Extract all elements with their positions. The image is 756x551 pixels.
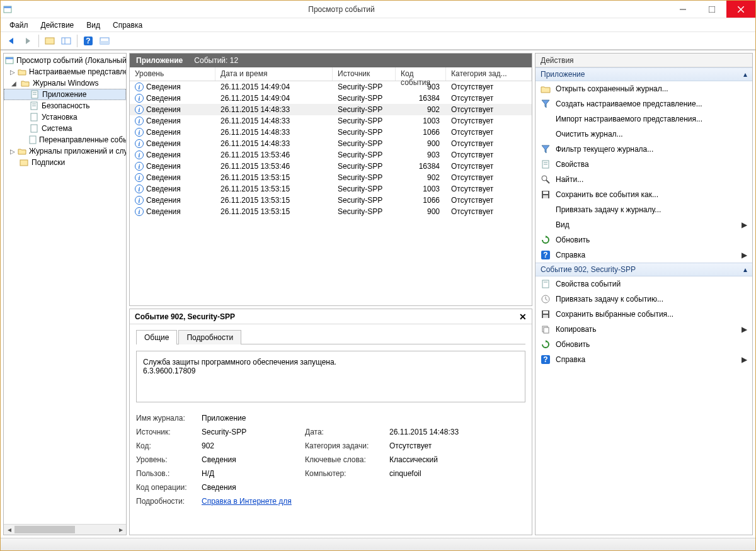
refresh-icon [541,235,551,245]
scroll-right-button[interactable]: ▸ [115,525,126,535]
scroll-left-button[interactable]: ◂ [4,525,14,535]
chevron-right-icon: ▶ [742,220,747,229]
properties-icon [541,159,551,169]
tree-custom-views[interactable]: ▷ Настраиваемые представления [4,66,126,77]
col-code[interactable]: Код события [396,67,446,81]
tree-system[interactable]: Система [4,123,126,134]
action-attach-task[interactable]: Привязать задачу к журналу... [536,202,752,217]
action-event-refresh[interactable]: Обновить [536,337,752,352]
svg-marker-28 [542,145,549,153]
table-row[interactable]: iСведения26.11.2015 14:49:04Security-SPP… [130,93,532,104]
svg-line-33 [546,180,549,183]
info-icon: i [135,173,144,182]
preview-button[interactable] [98,34,112,48]
col-level[interactable]: Уровень [130,67,215,81]
tree[interactable]: Просмотр событий (Локальный) ▷ Настраива… [4,54,126,524]
tree-subscriptions[interactable]: Подписки [4,157,126,168]
tree-windows-logs[interactable]: ◢ Журналы Windows [4,77,126,89]
online-help-link[interactable]: Справка в Интернете для [202,497,292,506]
svg-text:?: ? [86,37,90,45]
action-properties[interactable]: Свойства [536,157,752,172]
menu-file[interactable]: Файл [4,20,33,31]
menu-help[interactable]: Справка [108,20,147,31]
eventviewer-icon [5,55,14,65]
action-event-help[interactable]: ?Справка▶ [536,352,752,367]
maximize-button[interactable] [697,1,726,18]
tree-app-logs[interactable]: ▷ Журналы приложений и служб [4,145,126,157]
menu-view[interactable]: Вид [81,20,105,31]
actions-section-app[interactable]: Приложение▴ [536,67,752,81]
save-icon [541,190,551,200]
action-copy[interactable]: Копировать▶ [536,322,752,337]
action-find[interactable]: Найти... [536,172,752,187]
tree-root[interactable]: Просмотр событий (Локальный) [4,55,126,66]
table-row[interactable]: iСведения26.11.2015 14:48:33Security-SPP… [130,138,532,149]
collapse-icon[interactable]: ◢ [10,80,18,87]
action-save-all[interactable]: Сохранить все события как... [536,187,752,202]
col-date[interactable]: Дата и время [215,67,333,81]
expand-icon[interactable]: ▷ [10,69,15,76]
scroll-track[interactable] [14,525,115,535]
expand-icon[interactable]: ▷ [10,148,15,155]
table-row[interactable]: iСведения26.11.2015 14:48:33Security-SPP… [130,104,532,115]
svg-rect-49 [544,327,549,333]
info-icon: i [135,105,144,114]
menubar: Файл Действие Вид Справка [1,18,755,32]
col-source[interactable]: Источник [333,67,396,81]
window-title: Просмотр событий [14,5,668,14]
collapse-icon: ▴ [743,265,747,274]
table-row[interactable]: iСведения26.11.2015 13:53:46Security-SPP… [130,161,532,172]
table-row[interactable]: iСведения26.11.2015 14:48:33Security-SPP… [130,115,532,127]
col-task[interactable]: Категория зад... [446,67,532,81]
table-row[interactable]: iСведения26.11.2015 13:53:46Security-SPP… [130,149,532,161]
panes-button[interactable] [59,34,73,48]
log-icon [29,101,39,111]
svg-rect-3 [709,6,715,13]
detail-close-button[interactable]: ✕ [519,312,527,322]
minimize-button[interactable] [668,1,697,18]
info-icon: i [135,207,144,216]
show-tree-button[interactable] [43,34,57,48]
list-title: Приложение Событий: 12 [130,54,532,67]
action-save-selected[interactable]: Сохранить выбранные события... [536,307,752,322]
action-import-view[interactable]: Импорт настраиваемого представления... [536,111,752,127]
table-row[interactable]: iСведения26.11.2015 13:53:15Security-SPP… [130,183,532,195]
actions-section-event[interactable]: Событие 902, Security-SPP▴ [536,263,752,276]
back-button[interactable] [4,34,18,48]
task-icon [541,294,551,304]
app-icon [1,5,14,14]
log-icon [29,123,39,133]
table-row[interactable]: iСведения26.11.2015 13:53:15Security-SPP… [130,206,532,217]
log-icon [29,112,39,122]
table-row[interactable]: iСведения26.11.2015 14:49:04Security-SPP… [130,81,532,93]
table-row[interactable]: iСведения26.11.2015 13:53:15Security-SPP… [130,172,532,183]
action-event-properties[interactable]: Свойства событий [536,276,752,292]
action-open-log[interactable]: Открыть сохраненный журнал... [536,81,752,96]
action-view[interactable]: Вид▶ [536,217,752,232]
tree-hscroll[interactable]: ◂ ▸ [4,524,126,535]
close-button[interactable] [726,1,755,18]
help-button[interactable]: ? [81,34,95,48]
table-row[interactable]: iСведения26.11.2015 14:48:33Security-SPP… [130,127,532,138]
tab-details[interactable]: Подробности [178,330,241,344]
action-event-attach[interactable]: Привязать задачу к событию... [536,292,752,307]
menu-action[interactable]: Действие [36,20,79,31]
tree-forwarded[interactable]: Перенаправленные события [4,134,126,145]
action-create-view[interactable]: Создать настраиваемое представление... [536,96,752,111]
table-row[interactable]: iСведения26.11.2015 13:53:15Security-SPP… [130,195,532,206]
tab-general[interactable]: Общие [136,330,177,344]
action-refresh[interactable]: Обновить [536,232,752,247]
svg-rect-23 [31,113,37,121]
info-icon: i [135,116,144,125]
grid-body[interactable]: iСведения26.11.2015 14:49:04Security-SPP… [130,81,532,305]
tree-application[interactable]: Приложение [4,89,126,100]
tree-security[interactable]: Безопасность [4,100,126,111]
action-help[interactable]: ?Справка▶ [536,247,752,263]
forward-button[interactable] [21,34,35,48]
tree-setup[interactable]: Установка [4,111,126,123]
action-clear-log[interactable]: Очистить журнал... [536,127,752,142]
chevron-right-icon: ▶ [742,251,747,259]
svg-rect-16 [6,57,13,59]
action-filter-log[interactable]: Фильтр текущего журнала... [536,142,752,157]
scroll-thumb[interactable] [14,526,75,533]
